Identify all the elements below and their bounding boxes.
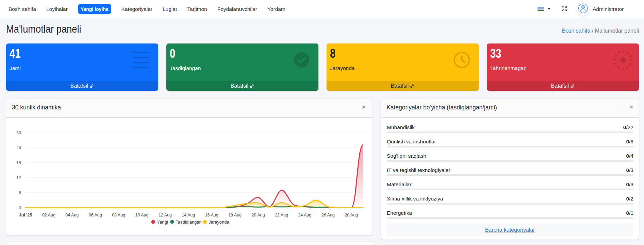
svg-text:24: 24	[16, 145, 21, 150]
svg-text:20 Aug: 20 Aug	[252, 213, 265, 217]
svg-text:18: 18	[16, 160, 21, 165]
svg-text:02 Aug: 02 Aug	[42, 213, 55, 217]
svg-text:Tasdiqlangan: Tasdiqlangan	[176, 220, 202, 225]
svg-text:14 Aug: 14 Aug	[182, 213, 195, 217]
svg-text:12 Aug: 12 Aug	[159, 213, 172, 217]
svg-text:24 Aug: 24 Aug	[298, 213, 311, 217]
svg-text:10 Aug: 10 Aug	[135, 213, 149, 217]
svg-text:30: 30	[16, 130, 21, 135]
svg-text:12: 12	[16, 175, 21, 180]
svg-text:26 Aug: 26 Aug	[321, 213, 335, 217]
svg-text:22 Aug: 22 Aug	[275, 213, 288, 217]
svg-text:28 Aug: 28 Aug	[345, 213, 358, 217]
svg-text:0: 0	[19, 205, 21, 210]
svg-text:6: 6	[19, 190, 21, 195]
svg-text:04 Aug: 04 Aug	[65, 213, 79, 217]
svg-text:06 Aug: 06 Aug	[89, 213, 102, 217]
svg-text:18 Aug: 18 Aug	[228, 213, 242, 217]
svg-text:Jul '25: Jul '25	[19, 213, 32, 217]
svg-text:08 Aug: 08 Aug	[112, 213, 125, 217]
svg-text:Jarayonda: Jarayonda	[209, 220, 229, 225]
svg-text:16 Aug: 16 Aug	[205, 213, 218, 217]
svg-text:Yangi: Yangi	[157, 220, 168, 225]
